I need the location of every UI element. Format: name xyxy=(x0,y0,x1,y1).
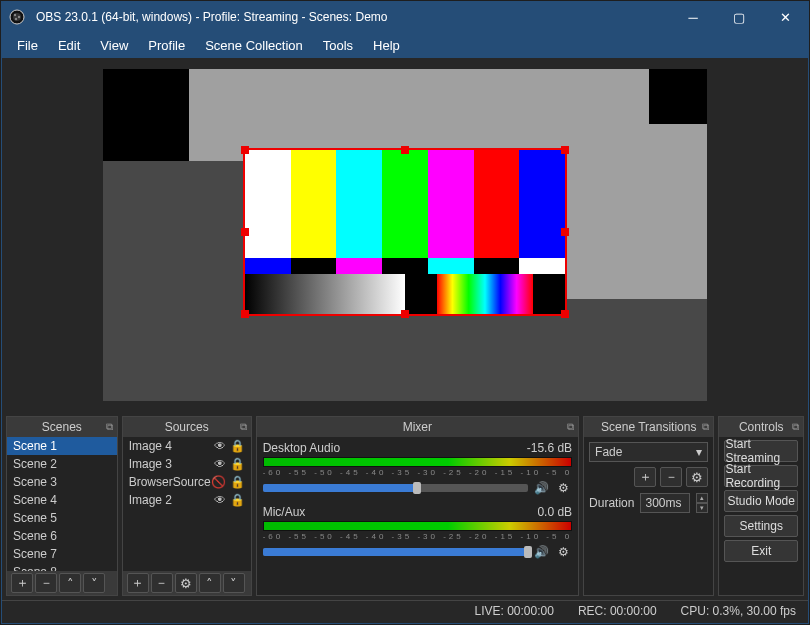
popout-icon[interactable]: ⧉ xyxy=(702,421,709,433)
menu-tools[interactable]: Tools xyxy=(314,35,362,56)
popout-icon[interactable]: ⧉ xyxy=(240,421,247,433)
add-source-button[interactable]: ＋ xyxy=(127,573,149,593)
sources-list[interactable]: Image 4👁🔒Image 3👁🔒BrowserSource🚫🔒Image 2… xyxy=(123,437,251,571)
resize-handle[interactable] xyxy=(561,146,569,154)
resize-handle[interactable] xyxy=(401,146,409,154)
scenes-title: Scenes xyxy=(42,420,82,434)
exit-button[interactable]: Exit xyxy=(724,540,798,562)
maximize-button[interactable]: ▢ xyxy=(716,2,762,32)
scene-item[interactable]: Scene 5 xyxy=(7,509,117,527)
popout-icon[interactable]: ⧉ xyxy=(792,421,799,433)
scenes-list[interactable]: Scene 1Scene 2Scene 3Scene 4Scene 5Scene… xyxy=(7,437,117,571)
sources-header: Sources ⧉ xyxy=(123,417,251,437)
preview-canvas[interactable] xyxy=(103,69,707,401)
move-scene-down-button[interactable]: ˅ xyxy=(83,573,105,593)
start-streaming-button[interactable]: Start Streaming xyxy=(724,440,798,462)
svg-point-3 xyxy=(18,16,20,18)
duration-value: 300ms xyxy=(645,496,681,510)
menu-view[interactable]: View xyxy=(91,35,137,56)
speaker-icon[interactable]: 🔊 xyxy=(532,479,550,497)
resize-handle[interactable] xyxy=(241,310,249,318)
scene-item[interactable]: Scene 6 xyxy=(7,527,117,545)
mixer-panel: Mixer ⧉ Desktop Audio -15.6 dB -60 -55 -… xyxy=(256,416,579,596)
resize-handle[interactable] xyxy=(561,228,569,236)
duration-input[interactable]: 300ms xyxy=(640,493,690,513)
move-source-down-button[interactable]: ˅ xyxy=(223,573,245,593)
transitions-header: Scene Transitions ⧉ xyxy=(584,417,713,437)
scenes-toolbar: ＋ － ˄ ˅ xyxy=(7,571,117,595)
lock-icon[interactable]: 🔒 xyxy=(230,493,245,507)
remove-transition-button[interactable]: － xyxy=(660,467,682,487)
add-scene-button[interactable]: ＋ xyxy=(11,573,33,593)
app-icon xyxy=(2,9,32,25)
controls-body: Start StreamingStart RecordingStudio Mod… xyxy=(719,437,803,595)
test-pattern-source[interactable] xyxy=(245,150,565,314)
source-item[interactable]: BrowserSource🚫🔒 xyxy=(123,473,251,491)
settings-button[interactable]: Settings xyxy=(724,515,798,537)
visibility-off-icon[interactable]: 🚫 xyxy=(211,475,226,489)
speaker-icon[interactable]: 🔊 xyxy=(532,543,550,561)
lock-icon[interactable]: 🔒 xyxy=(230,457,245,471)
sources-title: Sources xyxy=(165,420,209,434)
lock-icon[interactable]: 🔒 xyxy=(230,439,245,453)
scene-item[interactable]: Scene 4 xyxy=(7,491,117,509)
remove-scene-button[interactable]: － xyxy=(35,573,57,593)
volume-slider[interactable] xyxy=(263,548,528,556)
resize-handle[interactable] xyxy=(241,146,249,154)
sources-toolbar: ＋ － ⚙ ˄ ˅ xyxy=(123,571,251,595)
add-transition-button[interactable]: ＋ xyxy=(634,467,656,487)
transition-select[interactable]: Fade ▾ xyxy=(589,442,708,462)
source-label: BrowserSource xyxy=(129,475,211,489)
channel-settings-icon[interactable]: ⚙ xyxy=(554,543,572,561)
scene-item[interactable]: Scene 3 xyxy=(7,473,117,491)
popout-icon[interactable]: ⧉ xyxy=(106,421,113,433)
duration-label: Duration xyxy=(589,496,634,510)
visibility-on-icon[interactable]: 👁 xyxy=(214,457,226,471)
resize-handle[interactable] xyxy=(401,310,409,318)
menu-help[interactable]: Help xyxy=(364,35,409,56)
lock-icon[interactable]: 🔒 xyxy=(230,475,245,489)
scenes-header: Scenes ⧉ xyxy=(7,417,117,437)
source-label: Image 3 xyxy=(129,457,172,471)
controls-panel: Controls ⧉ Start StreamingStart Recordin… xyxy=(718,416,804,596)
studio-mode-button[interactable]: Studio Mode xyxy=(724,490,798,512)
menu-file[interactable]: File xyxy=(8,35,47,56)
source-properties-button[interactable]: ⚙ xyxy=(175,573,197,593)
scenes-panel: Scenes ⧉ Scene 1Scene 2Scene 3Scene 4Sce… xyxy=(6,416,118,596)
popout-icon[interactable]: ⧉ xyxy=(567,421,574,433)
svg-point-4 xyxy=(15,18,17,20)
channel-db: 0.0 dB xyxy=(537,505,572,519)
duration-step-down[interactable]: ▾ xyxy=(696,503,708,513)
visibility-on-icon[interactable]: 👁 xyxy=(214,439,226,453)
menu-edit[interactable]: Edit xyxy=(49,35,89,56)
duration-step-up[interactable]: ▴ xyxy=(696,493,708,503)
menu-profile[interactable]: Profile xyxy=(139,35,194,56)
channel-settings-icon[interactable]: ⚙ xyxy=(554,479,572,497)
scene-item[interactable]: Scene 8 xyxy=(7,563,117,571)
scene-item[interactable]: Scene 2 xyxy=(7,455,117,473)
source-item[interactable]: Image 2👁🔒 xyxy=(123,491,251,509)
resize-handle[interactable] xyxy=(241,228,249,236)
start-recording-button[interactable]: Start Recording xyxy=(724,465,798,487)
resize-handle[interactable] xyxy=(561,310,569,318)
preview-area[interactable] xyxy=(2,58,808,412)
move-scene-up-button[interactable]: ˄ xyxy=(59,573,81,593)
volume-slider[interactable] xyxy=(263,484,528,492)
selected-source-frame[interactable] xyxy=(243,148,567,316)
transition-settings-button[interactable]: ⚙ xyxy=(686,467,708,487)
statusbar: LIVE: 00:00:00 REC: 00:00:00 CPU: 0.3%, … xyxy=(2,600,808,621)
scene-item[interactable]: Scene 1 xyxy=(7,437,117,455)
mixer-channel: Desktop Audio -15.6 dB -60 -55 -50 -45 -… xyxy=(257,437,578,501)
menu-scene-collection[interactable]: Scene Collection xyxy=(196,35,312,56)
scene-item[interactable]: Scene 7 xyxy=(7,545,117,563)
status-rec: REC: 00:00:00 xyxy=(578,604,657,618)
move-source-up-button[interactable]: ˄ xyxy=(199,573,221,593)
visibility-on-icon[interactable]: 👁 xyxy=(214,493,226,507)
controls-header: Controls ⧉ xyxy=(719,417,803,437)
source-item[interactable]: Image 3👁🔒 xyxy=(123,455,251,473)
remove-source-button[interactable]: － xyxy=(151,573,173,593)
source-label: Image 4 xyxy=(129,439,172,453)
source-item[interactable]: Image 4👁🔒 xyxy=(123,437,251,455)
close-button[interactable]: ✕ xyxy=(762,2,808,32)
minimize-button[interactable]: ─ xyxy=(670,2,716,32)
